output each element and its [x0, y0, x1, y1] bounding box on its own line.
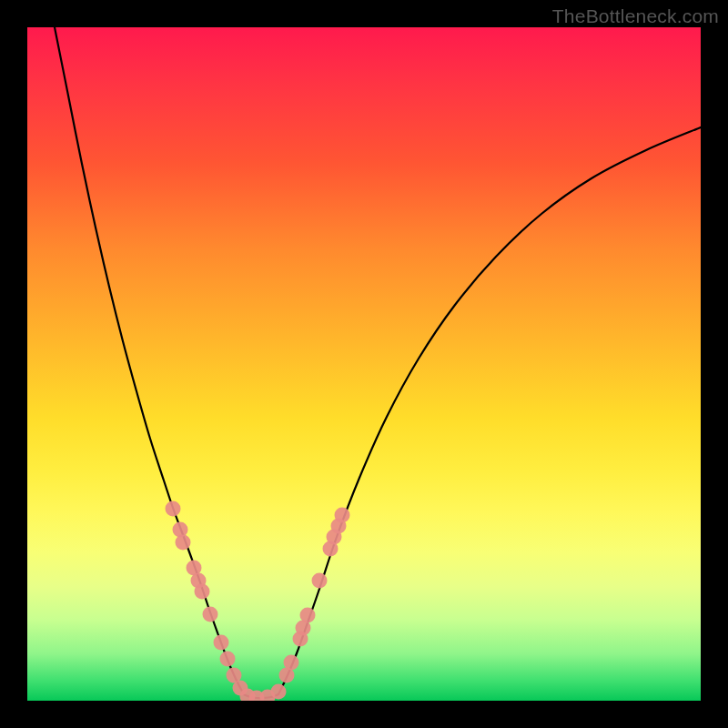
data-marker — [166, 501, 181, 517]
data-marker — [203, 607, 218, 622]
data-marker — [173, 522, 188, 538]
data-marker — [312, 573, 328, 589]
watermark-text: TheBottleneck.com — [552, 5, 719, 27]
right-curve — [278, 127, 701, 694]
data-marker — [195, 584, 210, 600]
chart-root: TheBottleneck.com — [0, 0, 728, 728]
data-marker — [220, 652, 236, 667]
data-marker — [176, 535, 191, 551]
data-marker — [284, 655, 299, 671]
curves-svg — [27, 27, 701, 701]
data-marker — [335, 508, 350, 523]
marker-group — [166, 501, 350, 702]
data-marker — [300, 608, 316, 623]
left-curve — [55, 27, 244, 694]
curve-group — [55, 27, 701, 698]
data-marker — [214, 635, 229, 651]
plot-area — [27, 27, 701, 701]
data-marker — [271, 684, 287, 700]
